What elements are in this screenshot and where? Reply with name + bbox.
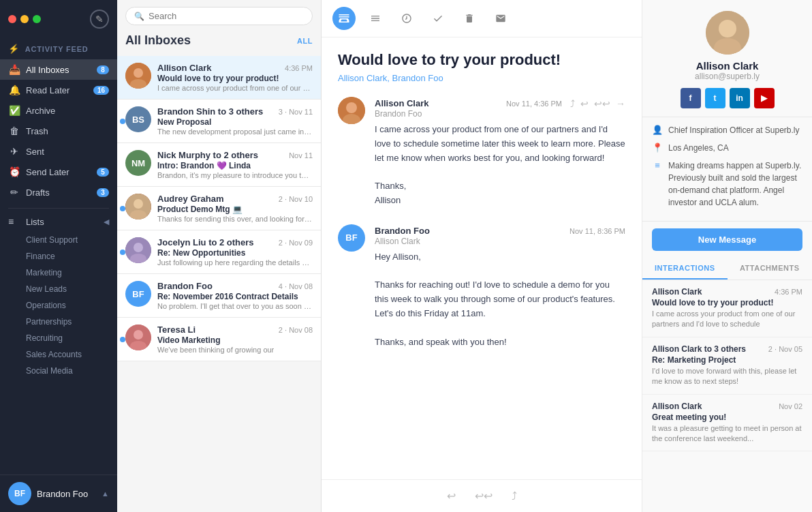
interaction-item[interactable]: Allison Clark to 3 others 2 · Nov 05 Re:… xyxy=(642,337,812,395)
inbox-title: All Inboxes xyxy=(125,33,191,48)
email-item[interactable]: Audrey Graham 2 · Nov 10 Product Demo Mt… xyxy=(117,187,321,230)
user-profile[interactable]: BF Brandon Foo ▲ xyxy=(0,475,117,512)
more-icon[interactable]: → xyxy=(616,98,625,109)
list-item-new-leads[interactable]: New Leads xyxy=(26,281,117,297)
list-item-finance[interactable]: Finance xyxy=(26,248,117,265)
facebook-button[interactable]: f xyxy=(681,88,701,108)
interactions-list: Allison Clark 4:36 PM Would love to try … xyxy=(642,280,812,512)
forward-button[interactable]: ⤴ xyxy=(506,487,522,505)
list-item-operations[interactable]: Operations xyxy=(26,297,117,314)
sidebar-item-label: Trash xyxy=(26,126,109,136)
reply-all-button[interactable]: ↩↩ xyxy=(469,487,498,505)
new-message-button[interactable]: New Message xyxy=(652,228,802,251)
lists-icon: ≡ xyxy=(8,216,20,227)
email-participants: Allison Clark, Brandon Foo xyxy=(338,73,625,83)
email-item[interactable]: BF Brandon Foo 4 · Nov 08 Re: November 2… xyxy=(117,274,321,318)
email-time: 2 · Nov 08 xyxy=(279,326,313,334)
sidebar-item-trash[interactable]: 🗑 Trash xyxy=(0,121,117,141)
toolbar-inbox-button[interactable] xyxy=(332,7,356,30)
interaction-item[interactable]: Allison Clark Nov 02 Great meeting you! … xyxy=(642,395,812,452)
email-top: Nick Murphy to 2 others Nov 11 xyxy=(157,150,313,160)
email-item[interactable]: Teresa Li 2 · Nov 08 Video Marketing We'… xyxy=(117,318,321,361)
toolbar-list-button[interactable] xyxy=(364,7,387,30)
interaction-header: Allison Clark 4:36 PM xyxy=(652,287,802,297)
sidebar-item-drafts[interactable]: ✏ Drafts 3 xyxy=(0,182,117,202)
reply-icon[interactable]: ↩ xyxy=(580,98,589,109)
window-minimize-btn[interactable] xyxy=(20,15,29,23)
unread-dot xyxy=(120,337,125,342)
email-item[interactable]: Allison Clark 4:36 PM Would love to try … xyxy=(117,56,321,100)
sidebar-item-all-inboxes[interactable]: 📥 All Inboxes 8 xyxy=(0,59,117,80)
interaction-preview: I came across your product from one of o… xyxy=(652,309,802,330)
email-item[interactable]: BS Brandon Shin to 3 others 3 · Nov 11 N… xyxy=(117,100,321,143)
email-body-container: Would love to try your product! Allison … xyxy=(322,37,642,479)
email-top: Teresa Li 2 · Nov 08 xyxy=(157,325,313,335)
message-body: Hey Allison, Thanks for reaching out! I'… xyxy=(375,250,625,350)
message-body: I came across your product from one of o… xyxy=(375,123,625,208)
list-item-social-media[interactable]: Social Media xyxy=(26,363,117,379)
sidebar-item-label: Sent xyxy=(26,147,109,157)
linkedin-button[interactable]: in xyxy=(730,88,750,108)
contact-details: 👤 Chief Inspiration Officer at Superb.ly… xyxy=(642,117,812,222)
sidebar-item-sent[interactable]: ✈ Sent xyxy=(0,141,117,162)
all-link[interactable]: ALL xyxy=(297,37,313,45)
person-icon: 👤 xyxy=(652,125,663,135)
activity-feed-label: ⚡ Activity Feed xyxy=(8,44,109,54)
search-bar[interactable]: 🔍 xyxy=(125,7,313,25)
message-item: BF Brandon Foo Allison Clark Nov 11, 8:3… xyxy=(338,224,625,350)
compose-button[interactable]: ✎ xyxy=(90,10,109,29)
email-item[interactable]: NM Nick Murphy to 2 others Nov 11 Intro:… xyxy=(117,143,321,187)
chevron-up-icon: ▲ xyxy=(102,490,109,498)
reply-all-icon[interactable]: ↩↩ xyxy=(594,98,610,109)
window-close-btn[interactable] xyxy=(8,15,16,23)
toolbar-mail-button[interactable] xyxy=(489,7,512,30)
youtube-button[interactable]: ▶ xyxy=(754,88,775,108)
toolbar-clock-button[interactable] xyxy=(395,7,418,30)
window-maximize-btn[interactable] xyxy=(33,15,41,23)
toolbar-trash-button[interactable] xyxy=(458,7,481,30)
interaction-time: 4:36 PM xyxy=(775,288,802,296)
svg-point-1 xyxy=(134,68,143,78)
email-preview: Just following up here regarding the det… xyxy=(157,258,313,267)
user-name: Brandon Foo xyxy=(37,489,96,499)
list-item-marketing[interactable]: Marketing xyxy=(26,265,117,281)
email-top: Brandon Foo 4 · Nov 08 xyxy=(157,281,313,291)
interaction-item[interactable]: Allison Clark 4:36 PM Would love to try … xyxy=(642,280,812,337)
email-subject: Would love to try your product! xyxy=(157,74,313,83)
list-subitems: Client Support Finance Marketing New Lea… xyxy=(0,232,117,379)
panel-toggle-button[interactable]: › xyxy=(642,5,642,25)
email-items-list: Allison Clark 4:36 PM Would love to try … xyxy=(117,56,321,512)
tab-interactions[interactable]: Interactions xyxy=(642,258,728,280)
avatar: BF xyxy=(125,281,151,307)
email-item[interactable]: Jocelyn Liu to 2 others 2 · Nov 09 Re: N… xyxy=(117,230,321,274)
search-input[interactable] xyxy=(149,11,304,21)
email-content: Nick Murphy to 2 others Nov 11 Intro: Br… xyxy=(157,150,313,179)
activity-icon: ⚡ xyxy=(8,44,20,54)
email-subject: Product Demo Mtg 💻 xyxy=(157,205,313,214)
forward-icon[interactable]: ⤴ xyxy=(570,98,575,109)
email-content: Audrey Graham 2 · Nov 10 Product Demo Mt… xyxy=(157,194,313,223)
sidebar-item-send-later[interactable]: ⏰ Send Later 5 xyxy=(0,162,117,182)
sidebar-item-archive[interactable]: ✅ Archive xyxy=(0,100,117,121)
list-item-recruiting[interactable]: Recruiting xyxy=(26,330,117,346)
list-item-partnerships[interactable]: Partnerships xyxy=(26,314,117,330)
tab-attachments[interactable]: Attachments xyxy=(728,258,813,280)
chevron-icon: ◀ xyxy=(104,217,109,226)
sidebar-item-read-later[interactable]: 🔔 Read Later 16 xyxy=(0,80,117,100)
toolbar-check-button[interactable] xyxy=(426,7,450,30)
list-item-client-support[interactable]: Client Support xyxy=(26,232,117,248)
check-icon: ✅ xyxy=(8,105,20,116)
list-item-sales-accounts[interactable]: Sales Accounts xyxy=(26,346,117,363)
email-subject: New Proposal xyxy=(157,117,313,127)
reply-button[interactable]: ↩ xyxy=(441,487,461,505)
lists-label: Lists xyxy=(26,217,104,227)
message-sender-block: Allison Clark Brandon Foo xyxy=(375,97,428,119)
email-time: Nov 11 xyxy=(289,151,313,160)
lists-header[interactable]: ≡ Lists ◀ xyxy=(0,211,117,232)
email-sender: Jocelyn Liu to 2 others xyxy=(157,237,254,247)
interaction-time: Nov 02 xyxy=(779,402,802,410)
email-subject: Re: New Opportunities xyxy=(157,248,313,258)
email-time: 2 · Nov 10 xyxy=(279,195,313,203)
twitter-button[interactable]: t xyxy=(705,88,725,108)
inbox-icon: 📥 xyxy=(8,64,20,75)
